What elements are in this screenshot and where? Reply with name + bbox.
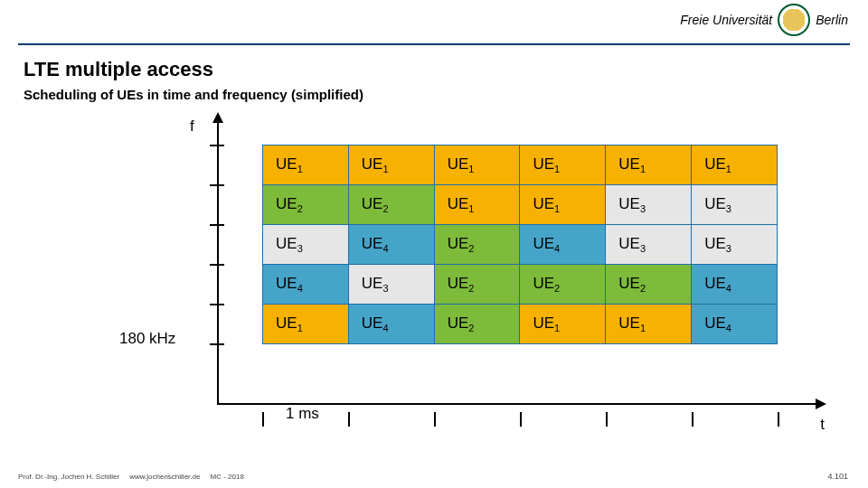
grid-row: UE4UE3UE2UE2UE2UE4 xyxy=(263,265,778,305)
grid-cell: UE2 xyxy=(434,305,520,344)
footer: Prof. Dr.-Ing. Jochen H. Schiller www.jo… xyxy=(18,473,244,481)
grid-row: UE2UE2UE1UE1UE3UE3 xyxy=(263,185,778,225)
ue-label: UE4 xyxy=(362,314,389,332)
ue-label: UE4 xyxy=(704,314,731,332)
grid-cell: UE3 xyxy=(348,265,434,305)
ue-label: UE4 xyxy=(276,275,303,292)
ue-label: UE3 xyxy=(618,195,646,212)
x-tick xyxy=(262,412,264,427)
ue-label: UE2 xyxy=(276,195,303,212)
grid-cell: UE3 xyxy=(606,225,692,265)
axis-label-t: t xyxy=(820,416,825,434)
y-tick xyxy=(210,343,224,345)
footer-author: Prof. Dr.-Ing. Jochen H. Schiller xyxy=(18,473,119,481)
axis-label-f: f xyxy=(190,117,194,136)
x-tick xyxy=(692,412,693,427)
grid-cell: UE1 xyxy=(434,185,520,225)
ue-label: UE2 xyxy=(533,275,560,292)
y-axis xyxy=(217,116,219,405)
ue-label: UE1 xyxy=(533,155,560,173)
grid-cell: UE1 xyxy=(520,145,606,185)
header-divider xyxy=(18,43,850,45)
ue-label: UE2 xyxy=(618,275,646,292)
x-tick xyxy=(348,412,350,427)
x-tick xyxy=(520,412,522,427)
ue-label: UE1 xyxy=(448,195,475,212)
grid-row: UE3UE4UE2UE4UE3UE3 xyxy=(263,225,778,265)
grid-cell: UE1 xyxy=(606,145,692,185)
grid-cell: UE4 xyxy=(692,265,778,305)
ue-label: UE1 xyxy=(533,314,560,332)
ue-label: UE1 xyxy=(276,314,303,332)
y-axis-arrow-icon xyxy=(212,112,223,123)
grid-cell: UE2 xyxy=(606,265,692,305)
grid-cell: UE1 xyxy=(520,305,606,344)
logo-text-left: Freie Universität xyxy=(680,13,772,27)
x-tick xyxy=(434,412,436,427)
ue-label: UE4 xyxy=(704,275,731,292)
seal-icon xyxy=(778,4,810,36)
grid-row: UE1UE4UE2UE1UE1UE4 xyxy=(263,305,778,344)
grid-cell: UE2 xyxy=(263,185,349,225)
scheduling-grid: UE1UE1UE1UE1UE1UE1UE2UE2UE1UE1UE3UE3UE3U… xyxy=(262,145,778,344)
ue-label: UE3 xyxy=(362,275,389,292)
ue-label: UE2 xyxy=(448,235,475,252)
ue-label: UE2 xyxy=(362,195,389,212)
grid-cell: UE1 xyxy=(692,145,778,185)
grid-cell: UE1 xyxy=(348,145,434,185)
grid-cell: UE2 xyxy=(434,225,520,265)
frequency-span-label: 180 kHz xyxy=(119,330,175,348)
grid-cell: UE4 xyxy=(263,265,349,305)
grid-cell: UE4 xyxy=(348,305,434,344)
y-tick xyxy=(210,264,224,266)
ue-label: UE4 xyxy=(533,235,560,252)
ue-label: UE1 xyxy=(618,314,646,332)
grid-cell: UE1 xyxy=(263,145,349,185)
grid-cell: UE3 xyxy=(606,185,692,225)
slide-number: 4.101 xyxy=(827,472,848,481)
x-tick xyxy=(778,412,779,427)
ue-label: UE3 xyxy=(704,195,731,212)
grid-cell: UE3 xyxy=(692,185,778,225)
grid-cell: UE3 xyxy=(692,225,778,265)
grid-cell: UE2 xyxy=(520,265,606,305)
slide-subtitle: Scheduling of UEs in time and frequency … xyxy=(24,87,363,102)
ue-label: UE2 xyxy=(448,314,475,332)
ue-label: UE1 xyxy=(618,155,646,173)
ue-label: UE3 xyxy=(276,235,303,252)
y-tick xyxy=(210,224,224,226)
grid-cell: UE4 xyxy=(692,305,778,344)
grid-cell: UE1 xyxy=(434,145,520,185)
grid-cell: UE4 xyxy=(520,225,606,265)
ue-label: UE1 xyxy=(448,155,475,173)
grid-cell: UE2 xyxy=(434,265,520,305)
ue-label: UE1 xyxy=(533,195,560,212)
y-tick xyxy=(210,304,224,305)
grid-row: UE1UE1UE1UE1UE1UE1 xyxy=(263,145,778,185)
grid-cell: UE1 xyxy=(606,305,692,344)
footer-url: www.jochenschiller.de xyxy=(129,473,200,481)
grid-cell: UE1 xyxy=(520,185,606,225)
y-tick xyxy=(210,184,224,186)
ue-label: UE3 xyxy=(618,235,646,252)
ue-label: UE2 xyxy=(448,275,475,292)
grid-cell: UE3 xyxy=(263,225,349,265)
ue-label: UE1 xyxy=(362,155,389,173)
university-logo: Freie Universität Berlin xyxy=(680,4,848,36)
ue-label: UE1 xyxy=(704,155,731,173)
y-tick xyxy=(210,145,224,146)
grid-cell: UE1 xyxy=(263,305,349,344)
x-tick xyxy=(606,412,608,427)
grid-cell: UE4 xyxy=(348,225,434,265)
slide-title: LTE multiple access xyxy=(24,58,213,81)
footer-course: MC - 2018 xyxy=(211,473,244,481)
ue-label: UE4 xyxy=(362,235,389,252)
grid-cell: UE2 xyxy=(348,185,434,225)
logo-text-right: Berlin xyxy=(816,13,848,27)
time-span-label: 1 ms xyxy=(286,405,319,423)
ue-label: UE1 xyxy=(276,155,303,173)
ue-label: UE3 xyxy=(704,235,731,252)
x-axis-arrow-icon xyxy=(816,399,826,409)
